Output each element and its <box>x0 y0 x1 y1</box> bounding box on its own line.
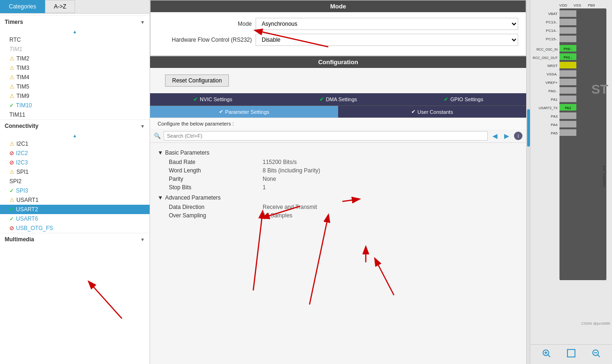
sidebar-item-tim4[interactable]: ⚠ TIM4 <box>0 73 150 82</box>
sidebar-item-spi2[interactable]: SPI2 <box>0 177 150 186</box>
tab-parameter-settings[interactable]: ✔ Parameter Settings <box>150 106 338 118</box>
vdd-pin-label: VDD <box>559 3 567 7</box>
warning-icon-tim9: ⚠ <box>9 93 15 99</box>
pa0-label: PA0-. <box>549 89 558 93</box>
zoom-out-button[interactable] <box>591 349 601 360</box>
dma-tab-label: DMA Settings <box>326 97 357 102</box>
param-value-parity: None <box>263 176 276 182</box>
sidebar-item-i2c2[interactable]: ⊘ I2C2 <box>0 149 150 158</box>
tab-nvic-settings[interactable]: ✔ NVIC Settings <box>150 93 275 105</box>
tim5-label: TIM5 <box>16 83 29 90</box>
tab-dma-settings[interactable]: ✔ DMA Settings <box>275 93 400 105</box>
tim2-label: TIM2 <box>16 55 29 62</box>
nav-prev-button[interactable]: ◀ <box>491 131 499 141</box>
param-name-stop-bits: Stop Bits <box>169 184 263 191</box>
tab-categories[interactable]: Categories <box>0 0 45 13</box>
rcc-osc-in-label: RCC_OSC_IN <box>536 48 558 52</box>
sidebar-item-usb-otg-fs[interactable]: ⊘ USB_OTG_FS <box>0 223 150 233</box>
pa1-label: PA1 <box>551 97 558 102</box>
hw-flow-label: Hardware Flow Control (RS232) <box>158 37 252 43</box>
reset-configuration-button[interactable]: Reset Configuration <box>165 74 229 87</box>
param-name-data-direction: Data Direction <box>169 204 263 210</box>
sidebar-item-tim2[interactable]: ⚠ TIM2 <box>0 54 150 63</box>
usart2-tx-label: USART2_TX <box>539 106 558 110</box>
param-row-word-length: Word Length 8 Bits (including Parity) <box>158 166 519 175</box>
check-icon-dma: ✔ <box>319 96 324 103</box>
param-value-word-length: 8 Bits (including Parity) <box>263 167 320 174</box>
sidebar-item-tim11[interactable]: TIM11 <box>0 110 150 119</box>
section-multimedia[interactable]: Multimedia ▼ <box>0 233 150 245</box>
params-body: ▼ Basic Parameters Baud Rate 115200 Bits… <box>150 143 526 223</box>
sidebar-item-i2c3[interactable]: ⊘ I2C3 <box>0 158 150 167</box>
sidebar-item-i2c1[interactable]: ⚠ I2C1 <box>0 139 150 149</box>
zoom-fit-button[interactable] <box>567 349 576 360</box>
sidebar-item-usart2[interactable]: ✔ USART2 <box>0 205 150 214</box>
tab-az[interactable]: A->Z <box>45 0 75 13</box>
param-name-parity: Parity <box>169 176 263 182</box>
vssa-pin <box>559 70 576 77</box>
vref-label: VREF+ <box>545 81 558 85</box>
tim9-label: TIM9 <box>16 93 29 99</box>
usart1-label: USART1 <box>16 197 38 203</box>
mode-panel: Mode Mode Asynchronous Hardware Flow Con… <box>150 0 526 56</box>
svg-line-14 <box>597 355 600 357</box>
watermark-label: CSDN @jun3086 <box>582 321 610 326</box>
sidebar-item-spi1[interactable]: ⚠ SPI1 <box>0 167 150 177</box>
section-timers[interactable]: Timers ▼ <box>0 15 150 28</box>
chevron-down-icon: ▼ <box>140 20 145 25</box>
param-row-stop-bits: Stop Bits 1 <box>158 183 519 192</box>
sidebar-item-usart1[interactable]: ⚠ USART1 <box>0 195 150 205</box>
advanced-params-header: ▼ Advanced Parameters <box>158 194 519 201</box>
zoom-in-button[interactable] <box>542 349 551 360</box>
param-value-baud-rate: 115200 Bits/s <box>263 159 297 165</box>
pc14-label: PC14-. <box>546 29 558 33</box>
spi3-label: SPI3 <box>16 187 28 194</box>
ban-icon-i2c3: ⊘ <box>9 159 14 166</box>
sidebar-tabs: Categories A->Z <box>0 0 150 14</box>
search-input[interactable] <box>164 131 488 141</box>
collapse-icon-basic[interactable]: ▼ <box>158 149 163 156</box>
hw-flow-select[interactable]: Disable <box>256 34 518 46</box>
nav-next-button[interactable]: ▶ <box>502 131 511 141</box>
param-configure-header: Configure the below parameters : <box>150 118 526 129</box>
sidebar-item-tim5[interactable]: ⚠ TIM5 <box>0 82 150 91</box>
vssa-label: VSSA. <box>546 72 558 76</box>
param-row-baud-rate: Baud Rate 115200 Bits/s <box>158 158 519 166</box>
vbat-label: VBAT <box>548 12 558 16</box>
usart6-label: USART6 <box>16 215 38 222</box>
mode-select[interactable]: Asynchronous <box>256 18 518 30</box>
scroll-up-timers[interactable]: ▲ <box>0 28 150 35</box>
sidebar-item-tim1[interactable]: TIM1 <box>0 45 150 54</box>
warning-icon-spi1: ⚠ <box>9 169 15 175</box>
rcc-osc-out-label: RCC_OSC_OUT <box>533 56 558 60</box>
basic-params-header: ▼ Basic Parameters <box>158 149 519 156</box>
tim1-label: TIM1 <box>9 46 22 52</box>
usart2-rx-vertical-label: USART2_RX <box>602 165 606 187</box>
ph1-text: PH1 - <box>564 56 573 59</box>
i2c2-label: I2C2 <box>16 150 28 156</box>
sidebar-item-usart6[interactable]: ✓ USART6 <box>0 214 150 223</box>
check-icon-nvic: ✔ <box>193 96 198 103</box>
mode-label: Mode <box>158 21 252 27</box>
collapse-icon-advanced[interactable]: ▼ <box>158 194 163 201</box>
section-connectivity[interactable]: Connectivity ▼ <box>0 119 150 132</box>
sidebar-item-rtc[interactable]: RTC <box>0 35 150 45</box>
sidebar-item-tim10[interactable]: ✓ TIM10 <box>0 101 150 110</box>
ban-icon-i2c2: ⊘ <box>9 150 14 156</box>
sidebar-item-spi3[interactable]: ✓ SPI3 <box>0 186 150 195</box>
tim10-label: TIM10 <box>16 102 32 109</box>
param-row-over-sampling: Over Sampling 16 Samples <box>158 211 519 220</box>
sidebar-item-tim9[interactable]: ⚠ TIM9 <box>0 91 150 101</box>
check-icon-gpio: ✔ <box>444 96 448 103</box>
tab-gpio-settings[interactable]: ✔ GPIO Settings <box>401 93 526 105</box>
basic-params-label: Basic Parameters <box>165 149 210 156</box>
sidebar-item-tim3[interactable]: ⚠ TIM3 <box>0 63 150 73</box>
info-button[interactable]: i <box>514 132 522 140</box>
param-tab-label: Parameter Settings <box>225 109 269 115</box>
pa0-pin <box>559 87 576 94</box>
vertical-scrollbar[interactable] <box>526 0 530 364</box>
tab-user-constants[interactable]: ✔ User Constants <box>338 106 526 118</box>
vss-pin-label: VSS <box>574 3 581 7</box>
section-connectivity-label: Connectivity <box>5 123 38 129</box>
scroll-up-connectivity[interactable]: ▲ <box>0 132 150 139</box>
